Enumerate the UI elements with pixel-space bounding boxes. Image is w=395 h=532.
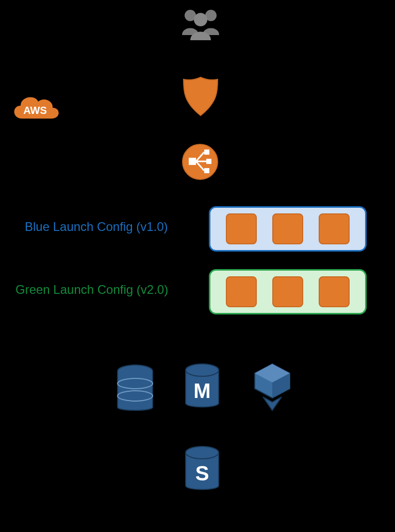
- elasticache-icon: [248, 361, 297, 414]
- blue-instance: [226, 213, 257, 244]
- rds-standby-icon: S: [180, 443, 224, 497]
- route53-icon: [180, 75, 221, 120]
- svg-marker-26: [263, 397, 282, 410]
- arrow-elb-asg: [195, 181, 205, 207]
- arrow-route53-elb: [195, 119, 205, 142]
- blue-launch-config-label: Blue Launch Config (v1.0): [25, 220, 168, 234]
- svg-point-2: [194, 13, 207, 26]
- green-instance: [226, 276, 257, 307]
- dynamodb-icon: [112, 361, 158, 417]
- arrow-users-route53: [195, 43, 205, 74]
- svg-rect-9: [204, 149, 209, 155]
- architecture-diagram: AWS: [0, 0, 395, 532]
- rds-master-label: M: [180, 379, 224, 403]
- svg-marker-28: [196, 434, 204, 441]
- svg-marker-6: [196, 134, 204, 141]
- rds-standby-label: S: [180, 462, 224, 485]
- users-icon: [178, 6, 223, 44]
- blue-instance: [272, 213, 303, 244]
- aws-cloud-icon: AWS: [9, 90, 61, 128]
- blue-autoscaling-group: [209, 206, 367, 252]
- svg-point-29: [186, 446, 219, 459]
- green-instance: [319, 276, 350, 307]
- elb-icon: [182, 143, 219, 182]
- svg-rect-11: [204, 168, 209, 173]
- green-launch-config-label: Green Launch Config (v2.0): [15, 282, 168, 297]
- arrow-rds-master-standby: [195, 413, 205, 442]
- svg-marker-16: [196, 199, 204, 206]
- svg-point-22: [186, 364, 219, 376]
- svg-marker-18: [196, 350, 204, 357]
- svg-rect-8: [189, 158, 196, 165]
- aws-cloud-label: AWS: [9, 105, 61, 117]
- svg-rect-10: [206, 159, 211, 164]
- green-instance: [272, 276, 303, 307]
- green-autoscaling-group: [209, 269, 367, 314]
- svg-marker-4: [196, 65, 204, 72]
- blue-instance: [319, 213, 350, 244]
- arrow-asg-data: [195, 313, 205, 358]
- rds-master-icon: M: [180, 361, 224, 414]
